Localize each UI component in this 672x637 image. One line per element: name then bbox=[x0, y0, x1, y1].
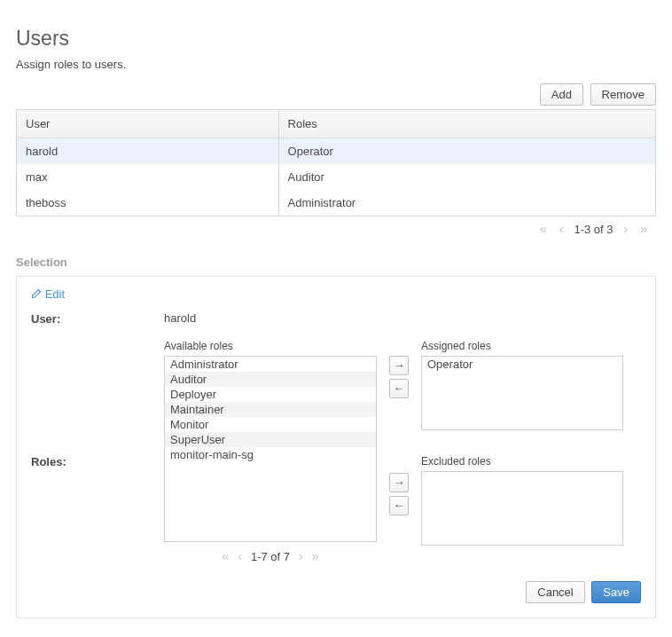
table-row[interactable]: max Auditor bbox=[17, 164, 656, 190]
list-item[interactable]: Monitor bbox=[165, 417, 376, 432]
list-item[interactable]: Auditor bbox=[165, 372, 376, 387]
prev-page-icon[interactable]: ‹ bbox=[238, 549, 242, 563]
available-roles-label: Available roles bbox=[164, 340, 377, 352]
first-page-icon[interactable]: « bbox=[222, 549, 229, 563]
table-row[interactable]: theboss Administrator bbox=[17, 190, 656, 216]
edit-link[interactable]: Edit bbox=[31, 287, 641, 301]
cell-roles: Auditor bbox=[278, 164, 655, 190]
list-item[interactable]: Deployer bbox=[165, 387, 376, 402]
last-page-icon[interactable]: » bbox=[638, 222, 649, 236]
next-page-icon[interactable]: › bbox=[299, 549, 303, 563]
list-item[interactable]: monitor-main-sg bbox=[165, 447, 376, 462]
arrow-right-icon: → bbox=[394, 358, 405, 372]
selection-heading: Selection bbox=[16, 256, 656, 269]
prev-page-icon[interactable]: ‹ bbox=[558, 222, 566, 236]
users-table: User Roles harold Operator max Auditor t… bbox=[16, 109, 656, 216]
cell-roles: Operator bbox=[278, 138, 655, 165]
available-paginator: « ‹ 1-7 of 7 › » bbox=[164, 542, 377, 563]
cell-user: max bbox=[17, 164, 279, 190]
unassign-role-button[interactable]: ← bbox=[389, 379, 409, 398]
selection-panel: Edit User: harold Roles: Available roles… bbox=[16, 276, 656, 618]
excluded-roles-label: Excluded roles bbox=[421, 455, 623, 468]
list-item[interactable]: Administrator bbox=[165, 357, 376, 372]
user-field-value: harold bbox=[164, 311, 641, 326]
unexclude-role-button[interactable]: ← bbox=[389, 496, 409, 515]
page-subtitle: Assign roles to users. bbox=[16, 58, 656, 71]
exclude-role-button[interactable]: → bbox=[389, 473, 409, 492]
page-range: 1-3 of 3 bbox=[574, 223, 613, 236]
assigned-roles-list[interactable]: Operator bbox=[421, 356, 623, 430]
save-button[interactable]: Save bbox=[591, 581, 641, 603]
column-header-roles[interactable]: Roles bbox=[278, 110, 655, 138]
assign-role-button[interactable]: → bbox=[389, 356, 409, 375]
list-item[interactable]: Operator bbox=[422, 357, 622, 372]
list-item[interactable]: SuperUser bbox=[165, 432, 376, 447]
cancel-button[interactable]: Cancel bbox=[526, 581, 584, 603]
cell-roles: Administrator bbox=[278, 190, 655, 216]
last-page-icon[interactable]: » bbox=[312, 549, 319, 563]
edit-label: Edit bbox=[45, 287, 65, 301]
assigned-roles-label: Assigned roles bbox=[421, 340, 623, 352]
page-title: Users bbox=[16, 27, 656, 51]
page-range: 1-7 of 7 bbox=[251, 550, 290, 563]
list-item[interactable]: Maintainer bbox=[165, 402, 376, 417]
remove-button[interactable]: Remove bbox=[590, 83, 656, 106]
edit-icon bbox=[31, 288, 42, 299]
roles-field-label: Roles: bbox=[31, 340, 164, 468]
table-paginator: « ‹ 1-3 of 3 › » bbox=[16, 216, 656, 236]
arrow-left-icon: ← bbox=[394, 381, 405, 395]
available-roles-list[interactable]: Administrator Auditor Deployer Maintaine… bbox=[164, 356, 377, 542]
first-page-icon[interactable]: « bbox=[538, 222, 549, 236]
table-row[interactable]: harold Operator bbox=[17, 138, 656, 165]
cell-user: harold bbox=[17, 138, 279, 165]
arrow-left-icon: ← bbox=[394, 499, 405, 512]
cell-user: theboss bbox=[17, 190, 279, 216]
arrow-right-icon: → bbox=[394, 476, 405, 489]
add-button[interactable]: Add bbox=[540, 83, 583, 106]
user-field-label: User: bbox=[31, 311, 164, 326]
excluded-roles-list[interactable] bbox=[421, 471, 623, 546]
column-header-user[interactable]: User bbox=[17, 110, 279, 138]
next-page-icon[interactable]: › bbox=[622, 222, 630, 236]
